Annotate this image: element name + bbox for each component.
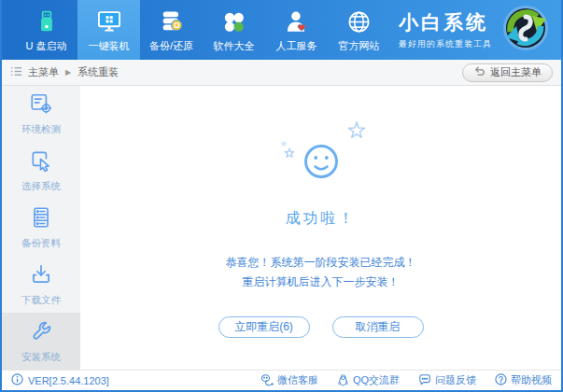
- breadcrumb: 主菜单 ▶ 系统重装 返回主菜单: [2, 60, 561, 86]
- database-icon: [159, 7, 185, 36]
- sidebar-item-install-system[interactable]: 安装系统: [2, 313, 80, 370]
- back-to-main-menu-button[interactable]: 返回主菜单: [462, 63, 553, 82]
- nav-item-label: 一键装机: [89, 39, 130, 53]
- info-icon: [11, 373, 23, 387]
- monitor-icon: [96, 7, 122, 36]
- sidebar-item-label: 下载文件: [21, 294, 61, 307]
- help-video-link[interactable]: 帮助视频: [495, 373, 552, 388]
- sidebar-item-label: 安装系统: [21, 351, 61, 364]
- help-icon: [495, 373, 507, 387]
- nav-item-official-website[interactable]: 官方网站: [328, 0, 390, 60]
- nav-item-usb-boot[interactable]: U 盘启动: [15, 0, 77, 60]
- select-system-icon: [29, 148, 53, 175]
- feedback-bubble-icon: [418, 373, 431, 388]
- success-title: 成功啦！: [286, 209, 357, 229]
- nav-item-label: U 盘启动: [26, 39, 67, 53]
- nav-item-label: 软件大全: [214, 39, 255, 53]
- success-message-line2: 重启计算机后进入下一步安装！: [226, 273, 416, 292]
- status-link-label: 问题反馈: [435, 373, 476, 387]
- app-window: U 盘启动 一键装机: [0, 0, 563, 392]
- brand-title: 小白系统: [399, 9, 492, 35]
- download-icon: [29, 262, 53, 288]
- return-arrow-icon: [473, 65, 486, 79]
- nav-item-label: 人工服务: [276, 39, 317, 53]
- smiley-face-icon: [263, 118, 379, 202]
- wechat-icon: [260, 373, 274, 388]
- nav-item-label: 官方网站: [339, 39, 380, 53]
- wechat-support-link[interactable]: 微信客服: [260, 373, 318, 388]
- sidebar-item-label: 选择系统: [21, 180, 61, 193]
- breadcrumb-root[interactable]: 主菜单: [10, 65, 59, 79]
- breadcrumb-arrow-icon: ▶: [65, 68, 71, 77]
- person-heart-icon: [284, 7, 309, 36]
- nav-item-backup-restore[interactable]: 备份/还原: [140, 0, 203, 60]
- status-link-label: QQ交流群: [353, 373, 400, 387]
- clover-icon: [221, 7, 246, 36]
- globe-icon: [346, 7, 372, 36]
- menu-list-icon: [10, 65, 22, 79]
- main-panel: 成功啦！ 恭喜您！系统第一阶段安装已经完成！ 重启计算机后进入下一步安装！ 立即…: [80, 86, 561, 370]
- nav-item-human-service[interactable]: 人工服务: [265, 0, 328, 60]
- sidebar-item-label: 备份资料: [21, 237, 61, 250]
- status-link-label: 帮助视频: [511, 373, 552, 387]
- sidebar-item-env-check[interactable]: 环境检测: [2, 86, 80, 143]
- top-nav: U 盘启动 一键装机: [2, 0, 561, 60]
- qq-group-link[interactable]: QQ交流群: [337, 373, 400, 388]
- success-message-line1: 恭喜您！系统第一阶段安装已经完成！: [226, 253, 416, 273]
- sidebar-item-select-system[interactable]: 选择系统: [2, 143, 80, 200]
- nav-item-software-collection[interactable]: 软件大全: [203, 0, 265, 60]
- nav-item-one-click-install[interactable]: 一键装机: [77, 0, 140, 60]
- sidebar-item-label: 环境检测: [21, 123, 61, 136]
- backup-data-icon: [29, 205, 53, 231]
- breadcrumb-root-label: 主菜单: [28, 65, 59, 79]
- brand-tagline: 最好用的系统重装工具: [399, 38, 492, 50]
- env-check-icon: [29, 91, 53, 118]
- breadcrumb-current: 系统重装: [77, 65, 119, 79]
- brand-logo-icon: [501, 4, 550, 56]
- qq-icon: [337, 373, 349, 388]
- sidebar-item-backup-data[interactable]: 备份资料: [2, 200, 80, 257]
- cancel-restart-button[interactable]: 取消重启: [332, 316, 424, 338]
- wrench-icon: [29, 319, 53, 345]
- sidebar-item-download-files[interactable]: 下载文件: [2, 256, 80, 313]
- status-link-label: 微信客服: [277, 373, 318, 387]
- sidebar: 环境检测 选择系统: [2, 86, 80, 370]
- status-bar: VER[2.5.44.1203] 微信客服: [2, 370, 561, 390]
- nav-item-label: 备份/还原: [149, 39, 193, 53]
- usb-icon: [35, 7, 59, 36]
- restart-now-button[interactable]: 立即重启(6): [218, 316, 310, 338]
- version-label: VER[2.5.44.1203]: [28, 375, 109, 386]
- feedback-link[interactable]: 问题反馈: [418, 373, 476, 388]
- back-button-label: 返回主菜单: [490, 65, 542, 79]
- brand: 小白系统 最好用的系统重装工具: [399, 0, 561, 60]
